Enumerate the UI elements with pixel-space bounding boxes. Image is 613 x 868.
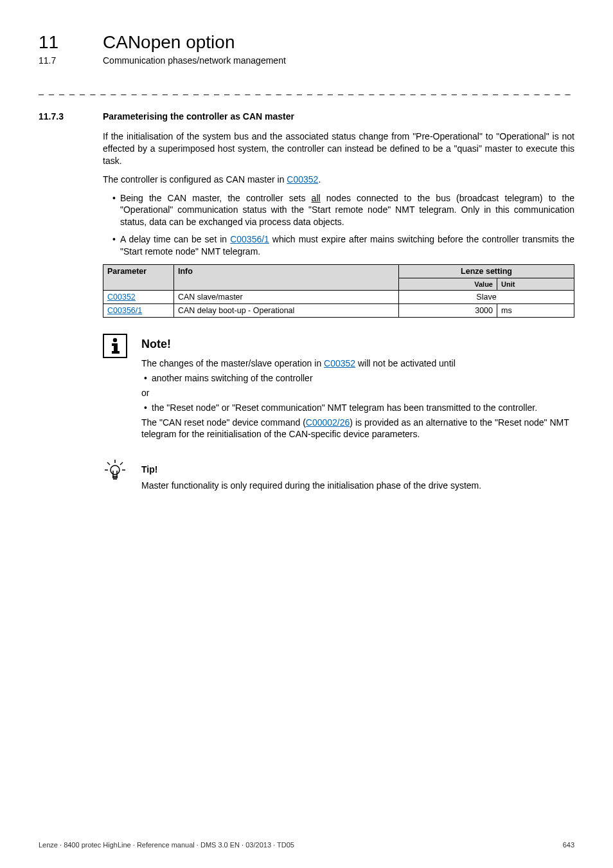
cell-info: CAN slave/master: [174, 291, 399, 304]
text-fragment: The changes of the master/slave operatio…: [141, 358, 324, 368]
subsection-title: Communication phases/network management: [103, 55, 286, 66]
note-paragraph-2: The "CAN reset node" device command (C00…: [141, 417, 574, 441]
note-or: or: [141, 387, 574, 399]
table-row: C00352 CAN slave/master Slave: [103, 291, 574, 304]
link-note-c00352[interactable]: C00352: [324, 358, 355, 368]
separator-rule: _ _ _ _ _ _ _ _ _ _ _ _ _ _ _ _ _ _ _ _ …: [39, 85, 574, 95]
text-fragment: The controller is configured as CAN mast…: [103, 174, 287, 185]
svg-point-9: [111, 466, 120, 475]
note-bullet-2: the "Reset node" or "Reset communication…: [144, 402, 574, 414]
section-title: Parameterising the controller as CAN mas…: [103, 111, 294, 122]
th-info: Info: [174, 265, 399, 291]
footer-page-number: 643: [563, 841, 574, 849]
tip-body: Master functionality is only required du…: [141, 480, 481, 492]
chapter-title: CANopen option: [103, 32, 235, 53]
svg-rect-2: [114, 343, 118, 352]
chapter-number: 11: [39, 32, 103, 53]
underlined-all: all: [312, 193, 321, 203]
svg-rect-3: [112, 351, 120, 354]
text-fragment: The "CAN reset node" device command (: [141, 417, 306, 428]
cell-value: Slave: [399, 291, 574, 304]
paragraph-intro: If the initialisation of the system bus …: [103, 131, 574, 167]
bullet-can-master: Being the CAN master, the controller set…: [112, 192, 574, 229]
tip-title: Tip!: [141, 464, 481, 475]
note-bullet-1: another mains switching of the controlle…: [144, 372, 574, 384]
cell-info: CAN delay boot-up - Operational: [174, 304, 399, 318]
parameter-table: Parameter Info Lenze setting Value Unit …: [103, 264, 574, 318]
svg-point-0: [113, 338, 117, 342]
tip-icon: [103, 459, 127, 492]
paragraph-config: The controller is configured as CAN mast…: [103, 174, 574, 186]
cell-unit: ms: [497, 304, 574, 318]
note-paragraph-1: The changes of the master/slave operatio…: [141, 357, 574, 370]
info-icon: [103, 334, 127, 358]
svg-line-6: [120, 462, 123, 465]
link-c00002-26[interactable]: C00002/26: [306, 417, 350, 428]
cell-value: 3000: [399, 304, 497, 318]
svg-line-5: [107, 462, 110, 465]
link-c00356-1[interactable]: C00356/1: [230, 234, 269, 244]
text-fragment: A delay time can be set in: [120, 234, 230, 244]
note-title: Note!: [141, 338, 574, 351]
th-parameter: Parameter: [103, 265, 174, 291]
link-c00352[interactable]: C00352: [287, 174, 318, 185]
text-fragment: .: [318, 174, 321, 185]
link-param-c00356-1[interactable]: C00356/1: [107, 306, 142, 315]
bullet-delay-time: A delay time can be set in C00356/1 whic…: [112, 233, 574, 258]
footer-left: Lenze · 8400 protec HighLine · Reference…: [39, 841, 294, 849]
th-lenze-setting: Lenze setting: [399, 265, 574, 278]
table-row: C00356/1 CAN delay boot-up - Operational…: [103, 304, 574, 318]
link-param-c00352[interactable]: C00352: [107, 293, 136, 302]
subsection-number: 11.7: [39, 55, 103, 66]
text-fragment: will not be activated until: [355, 358, 456, 368]
section-number: 11.7.3: [39, 111, 103, 122]
th-unit: Unit: [497, 278, 574, 291]
th-value: Value: [399, 278, 497, 291]
text-fragment: Being the CAN master, the controller set…: [120, 193, 312, 203]
